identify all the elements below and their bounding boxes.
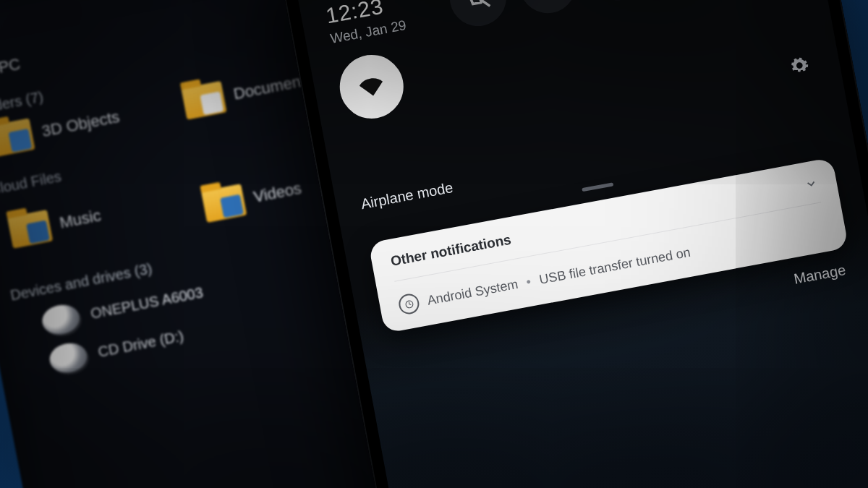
drive-label: ONEPLUS A6003 (89, 284, 204, 322)
notification-app: Android System (426, 276, 519, 308)
qs-bluetooth[interactable] (515, 0, 581, 18)
phone-device: 89 % 12:23 Wed, Jan 29 (275, 0, 868, 488)
folder-label: Music (58, 206, 102, 232)
mobile-data-off-icon (464, 0, 493, 12)
separator-dot: • (525, 274, 532, 290)
panel-drag-handle[interactable] (582, 182, 613, 192)
phone-screen[interactable]: 89 % 12:23 Wed, Jan 29 (290, 0, 868, 488)
wifi-icon (357, 72, 386, 101)
scene: View This PC Folders (7) 3D Objects Docu… (0, 0, 868, 488)
folder-icon (201, 184, 247, 223)
manage-button[interactable]: Manage (793, 262, 847, 288)
drive-label: CD Drive (D:) (97, 328, 185, 360)
folder-label: 3D Objects (41, 108, 122, 141)
qs-mobile-data[interactable] (445, 0, 511, 30)
folder-label: Videos (252, 179, 303, 207)
android-system-icon (397, 292, 421, 316)
qs-wifi[interactable] (334, 50, 409, 124)
disc-icon (47, 340, 90, 375)
disc-icon (40, 301, 82, 337)
folder-icon (0, 118, 35, 157)
clock-block: 12:23 Wed, Jan 29 (324, 0, 407, 47)
chevron-down-icon[interactable] (804, 176, 819, 192)
folder-icon (181, 81, 226, 120)
folder-icon (7, 210, 53, 249)
quick-settings-panel[interactable]: 12:23 Wed, Jan 29 (297, 0, 868, 367)
gear-icon[interactable] (788, 54, 810, 76)
